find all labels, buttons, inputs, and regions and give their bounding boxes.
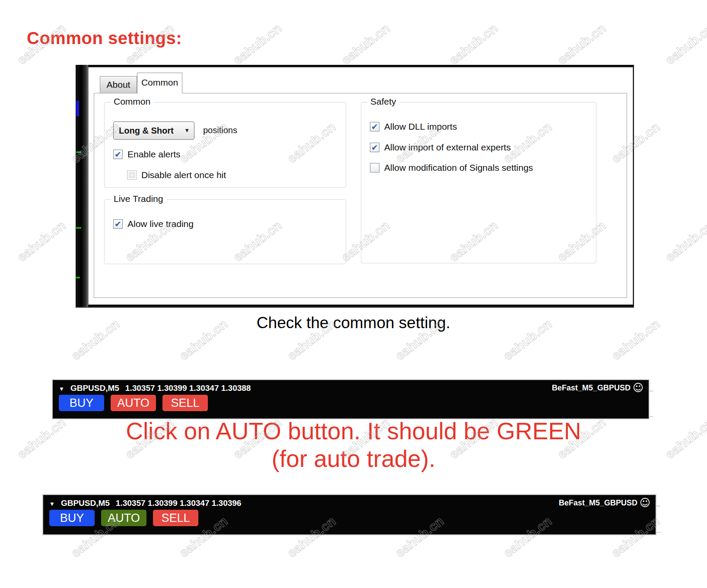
watermark: eahub.cn (338, 21, 392, 67)
tab-common[interactable]: Common (137, 73, 182, 94)
scale-tick (650, 416, 653, 417)
chart-tick-fragment (76, 277, 80, 278)
tab-about[interactable]: About (100, 76, 137, 93)
checkbox-row-allow-import-experts: ✔ Allow import of external experts (370, 142, 511, 153)
price-quotes: 1.30357 1.30399 1.30347 1.30388 (125, 383, 251, 393)
buy-button[interactable]: BUY (59, 395, 104, 411)
price-quotes: 1.30357 1.30399 1.30347 1.30396 (116, 499, 242, 508)
buy-button[interactable]: BUY (49, 510, 95, 526)
checkbox-row-allow-dll: ✔ Allow DLL imports (370, 121, 457, 132)
instruction-line-1: Click on AUTO button. It should be GREEN (0, 418, 707, 445)
check-icon: ✔ (371, 143, 378, 153)
instruction-line-2: (for auto trade). (0, 445, 707, 473)
trade-buttons: BUY AUTO SELL (49, 510, 198, 526)
enable-alerts-label: Enable alerts (127, 149, 181, 160)
page-title: Common settings: (27, 29, 182, 48)
allow-live-trading-checkbox[interactable]: ✔ (113, 219, 123, 229)
allow-import-external-experts-label: Allow import of external experts (384, 142, 511, 153)
check-icon: ✔ (115, 219, 121, 229)
ea-name-label: BeFast_M5_GBPUSD (552, 383, 631, 393)
allow-dll-imports-checkbox[interactable]: ✔ (370, 122, 379, 131)
chart-tick-fragment (76, 227, 81, 229)
allow-live-trading-label: Alow live trading (127, 219, 194, 229)
instruction-text: Click on AUTO button. It should be GREEN… (0, 418, 707, 473)
chevron-down-icon: ▼ (184, 122, 194, 139)
watermark: eahub.cn (554, 21, 608, 67)
mt4-oneclick-toolbar-auto-off: ▼ GBPUSD,M5 1.30357 1.30399 1.30347 1.30… (52, 379, 650, 419)
disable-alert-once-hit-checkbox (127, 170, 137, 180)
tab-panel-common: Common Long & Short ▼ positions ✔ Enable… (94, 93, 627, 298)
watermark: eahub.cn (14, 218, 68, 265)
positions-dropdown[interactable]: Long & Short ▼ (113, 121, 194, 140)
ticker-line: ▼ GBPUSD,M5 1.30357 1.30399 1.30347 1.30… (49, 499, 241, 508)
allow-modification-signals-checkbox[interactable] (370, 163, 379, 173)
expert-settings-screenshot: About Common Common Long & Short ▼ posit… (76, 65, 634, 308)
auto-button[interactable]: AUTO (111, 395, 156, 411)
group-safety: Safety ✔ Allow DLL imports ✔ Allow impor… (361, 102, 596, 263)
checkbox-row-allow-live-trading: ✔ Alow live trading (113, 219, 194, 229)
group-common-title: Common (111, 96, 153, 107)
symbol-label: GBPUSD,M5 (70, 383, 119, 393)
group-live-trading: Live Trading ✔ Alow live trading (104, 199, 346, 264)
check-icon: ✔ (371, 122, 378, 132)
watermark: eahub.cn (662, 218, 707, 265)
sell-button[interactable]: SELL (153, 510, 198, 526)
disable-alert-once-hit-label: Disable alert once hit (141, 170, 226, 180)
scale-tick (650, 390, 653, 392)
chart-candle-fragment (76, 101, 79, 116)
scale-tick (656, 532, 660, 533)
enable-alerts-checkbox[interactable]: ✔ (113, 150, 123, 159)
group-common: Common Long & Short ▼ positions ✔ Enable… (104, 102, 346, 188)
checkbox-row-disable-alert: Disable alert once hit (127, 170, 226, 180)
watermark: eahub.cn (230, 21, 284, 67)
chart-tick-fragment (76, 151, 81, 153)
mt4-oneclick-toolbar-auto-on: ▼ GBPUSD,M5 1.30357 1.30399 1.30347 1.30… (42, 494, 656, 535)
chart-edge-strip (76, 65, 88, 307)
positions-label: positions (203, 125, 237, 135)
check-icon: ✔ (115, 150, 121, 160)
caption-text: Check the common setting. (0, 314, 707, 332)
allow-import-external-experts-checkbox[interactable]: ✔ (370, 143, 379, 152)
symbol-marker-icon: ▼ (49, 501, 55, 507)
ea-name-label: BeFast_M5_GBPUSD (559, 499, 637, 508)
smiley-icon: ☺ (633, 383, 643, 393)
scale-tick (656, 505, 660, 507)
positions-dropdown-value: Long & Short (119, 122, 174, 139)
allow-dll-imports-label: Allow DLL imports (384, 121, 457, 132)
expert-properties-dialog: About Common Common Long & Short ▼ posit… (88, 67, 633, 305)
sell-button[interactable]: SELL (162, 395, 208, 411)
symbol-marker-icon: ▼ (59, 386, 64, 392)
ea-name-badge: BeFast_M5_GBPUSD ☺ (559, 498, 650, 508)
checkbox-row-enable-alerts: ✔ Enable alerts (113, 149, 181, 160)
symbol-label: GBPUSD,M5 (61, 499, 110, 508)
group-safety-title: Safety (367, 96, 399, 107)
group-live-trading-title: Live Trading (111, 194, 166, 204)
watermark: eahub.cn (446, 21, 500, 67)
smiley-icon: ☺ (640, 498, 650, 508)
allow-modification-signals-label: Allow modification of Signals settings (384, 163, 533, 173)
trade-buttons: BUY AUTO SELL (59, 395, 208, 411)
ticker-line: ▼ GBPUSD,M5 1.30357 1.30399 1.30347 1.30… (59, 383, 251, 393)
auto-button[interactable]: AUTO (101, 510, 146, 526)
checkbox-row-allow-signals-modification: Allow modification of Signals settings (370, 163, 533, 173)
ea-name-badge: BeFast_M5_GBPUSD ☺ (552, 383, 643, 393)
watermark: eahub.cn (662, 21, 707, 67)
